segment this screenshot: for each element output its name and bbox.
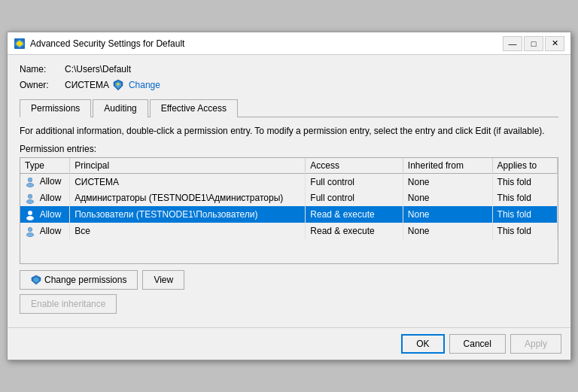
permissions-table: Type Principal Access Inherited from App…	[20, 158, 558, 240]
cell-access-0: Full control	[306, 173, 403, 190]
name-label: Name:	[20, 64, 65, 74]
cell-inherited-0: None	[403, 173, 492, 190]
view-button[interactable]: View	[142, 270, 184, 290]
cell-principal-0: СИСТЕМА	[70, 173, 306, 190]
cell-type: Allow	[20, 173, 70, 190]
col-principal: Principal	[70, 158, 306, 174]
cell-applies-0: This fold	[492, 173, 557, 190]
col-access: Access	[306, 158, 403, 174]
cell-type: Allow	[20, 223, 70, 239]
tab-auditing[interactable]: Auditing	[93, 99, 148, 117]
cancel-button[interactable]: Cancel	[449, 334, 506, 354]
svg-point-17	[27, 216, 34, 220]
cell-inherited-2: None	[403, 206, 492, 223]
col-type: Type	[20, 158, 70, 174]
cell-access-2: Read & execute	[306, 206, 403, 223]
user-icon	[25, 193, 35, 204]
tab-effective-access[interactable]: Effective Access	[150, 99, 238, 117]
cell-principal-2: Пользователи (TESTNODE1\Пользователи)	[70, 206, 306, 223]
tab-permissions[interactable]: Permissions	[20, 99, 91, 117]
cell-principal-1: Администраторы (TESTNODE1\Администраторы…	[70, 190, 306, 206]
table-row[interactable]: Allow Все Read & execute None This fold	[20, 223, 558, 239]
name-value: C:\Users\Default	[65, 64, 131, 74]
cell-access-3: Read & execute	[306, 223, 403, 239]
apply-button[interactable]: Apply	[510, 334, 561, 354]
close-button[interactable]: ✕	[545, 36, 564, 51]
table-row[interactable]: Allow Администраторы (TESTNODE1\Админист…	[20, 190, 558, 206]
title-bar: Advanced Security Settings for Default —…	[8, 32, 570, 55]
permissions-table-container: Type Principal Access Inherited from App…	[20, 157, 558, 264]
user-icon	[25, 177, 35, 187]
cell-type: Allow	[20, 206, 70, 223]
svg-point-16	[29, 211, 32, 214]
change-owner-link[interactable]: Change	[129, 80, 160, 90]
cell-applies-1: This fold	[492, 190, 557, 206]
action-buttons-row1: Change permissions View	[20, 270, 558, 290]
cell-applies-2: This fold	[492, 206, 557, 223]
table-body: Allow СИСТЕМА Full control None This fol…	[20, 173, 558, 239]
shield-icon	[112, 79, 124, 91]
window-title: Advanced Security Settings for Default	[30, 38, 503, 49]
change-permissions-button[interactable]: Change permissions	[20, 270, 138, 290]
svg-point-20	[29, 227, 32, 231]
svg-point-13	[27, 199, 34, 203]
cell-inherited-3: None	[403, 223, 492, 239]
owner-value: СИСТЕМА	[65, 80, 109, 90]
section-label: Permission entries:	[20, 144, 558, 154]
cell-access-1: Full control	[306, 190, 403, 206]
minimize-button[interactable]: —	[503, 36, 522, 51]
cell-inherited-1: None	[403, 190, 492, 206]
cell-applies-3: This fold	[492, 223, 557, 239]
window-icon	[14, 38, 26, 50]
shield-btn-icon	[31, 274, 41, 285]
table-scroll-area[interactable]: Type Principal Access Inherited from App…	[20, 158, 558, 263]
ok-button[interactable]: OK	[401, 334, 444, 354]
svg-point-9	[27, 184, 34, 187]
name-row: Name: C:\Users\Default	[20, 64, 558, 74]
owner-label: Owner:	[20, 80, 65, 90]
window-footer: OK Cancel Apply	[8, 327, 570, 360]
main-window: Advanced Security Settings for Default —…	[7, 32, 571, 360]
user-icon	[25, 210, 35, 220]
tab-bar: Permissions Auditing Effective Access	[20, 99, 558, 117]
svg-point-12	[29, 194, 32, 198]
window-controls: — □ ✕	[503, 36, 564, 51]
user-icon	[25, 226, 35, 237]
svg-point-21	[27, 232, 34, 236]
table-row[interactable]: Allow Пользователи (TESTNODE1\Пользовате…	[20, 206, 558, 223]
enable-inheritance-button[interactable]: Enable inheritance	[20, 294, 117, 314]
cell-principal-3: Все	[70, 223, 306, 239]
action-buttons-row2: Enable inheritance	[20, 294, 558, 314]
table-header: Type Principal Access Inherited from App…	[20, 158, 558, 174]
info-text: For additional information, double-click…	[20, 125, 558, 138]
col-applies: Applies to	[492, 158, 557, 174]
svg-point-8	[29, 178, 32, 182]
owner-row: Owner: СИСТЕМА Change	[20, 79, 558, 91]
dialog-content: Name: C:\Users\Default Owner: СИСТЕМА Ch…	[8, 55, 570, 327]
table-row[interactable]: Allow СИСТЕМА Full control None This fol…	[20, 173, 558, 190]
cell-type: Allow	[20, 190, 70, 206]
restore-button[interactable]: □	[524, 36, 543, 51]
col-inherited: Inherited from	[403, 158, 492, 174]
